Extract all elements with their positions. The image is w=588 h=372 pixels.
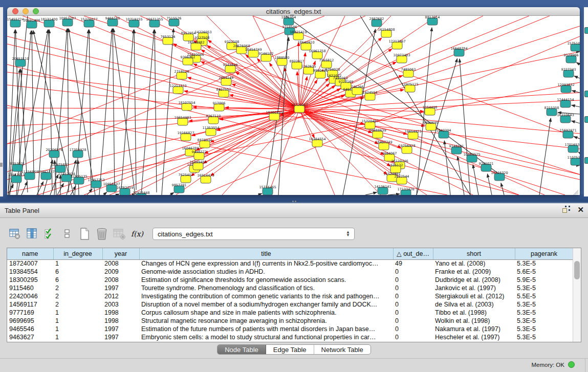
column-header-short[interactable]: short: [433, 248, 515, 259]
delete-button[interactable]: [94, 226, 110, 242]
table-cell[interactable]: 5.6E-5: [515, 268, 573, 276]
network-edge[interactable]: [539, 118, 551, 195]
table-cell[interactable]: Nakamura et al. (1997): [433, 325, 515, 333]
table-cell[interactable]: 1997: [102, 333, 139, 341]
table-cell[interactable]: 1998: [102, 309, 139, 317]
table-cell[interactable]: 9115460: [7, 284, 53, 292]
column-header-year[interactable]: year: [102, 248, 139, 259]
table-cell[interactable]: Corpus callosum shape and size in male p…: [139, 309, 393, 317]
table-cell[interactable]: 1: [53, 325, 102, 333]
network-edge[interactable]: [487, 174, 492, 195]
network-edge[interactable]: [217, 109, 299, 130]
table-row[interactable]: 946362711997Embryonic stem cells: a mode…: [7, 333, 573, 341]
table-cell[interactable]: 1997: [102, 325, 139, 333]
table-cell[interactable]: Wolkin et al. (1998): [433, 317, 515, 325]
table-cell[interactable]: 2009: [102, 268, 139, 276]
table-cell[interactable]: 0: [393, 325, 433, 333]
table-cell[interactable]: Tourette syndrome. Phenomenology and cla…: [139, 284, 393, 292]
table-cell[interactable]: Stergiakouli et al. (2012): [433, 292, 515, 300]
network-edge[interactable]: [574, 137, 580, 139]
tab-edge-table[interactable]: Edge Table: [266, 345, 314, 354]
table-cell[interactable]: Estimation of significance thresholds fo…: [139, 276, 393, 284]
table-cell[interactable]: 9777169: [7, 309, 53, 317]
table-cell[interactable]: Disruption of a novel member of a sodium…: [139, 300, 393, 309]
network-edge[interactable]: [460, 59, 470, 195]
table-row[interactable]: 946554611997Estimation of the future num…: [7, 325, 573, 333]
table-cell[interactable]: 0: [393, 317, 433, 325]
crossing-edge[interactable]: [360, 16, 470, 195]
table-cell[interactable]: Embryonic stem cells: a model to study s…: [139, 333, 393, 341]
table-cell[interactable]: Changes of HCN gene expression and I(f) …: [139, 259, 393, 268]
resize-grip[interactable]: [572, 187, 579, 194]
table-cell[interactable]: 1: [53, 317, 102, 325]
table-cell[interactable]: Jankovic et al. (1997): [433, 284, 515, 292]
new-table-button[interactable]: [77, 226, 92, 242]
table-cell[interactable]: 2012: [102, 292, 139, 300]
network-edge[interactable]: [162, 29, 173, 195]
network-edge[interactable]: [365, 192, 377, 195]
table-row[interactable]: 977716911998Corpus callosum shape and si…: [7, 309, 573, 317]
table-cell[interactable]: 1998: [102, 317, 139, 325]
network-edge[interactable]: [21, 182, 27, 195]
table-cell[interactable]: 2008: [102, 276, 139, 284]
network-edge[interactable]: [117, 194, 119, 195]
table-cell[interactable]: 5.5E-5: [515, 292, 573, 300]
table-cell[interactable]: Franke et al. (2009): [433, 268, 515, 276]
table-row[interactable]: 1456911722003Disruption of a novel membe…: [7, 300, 573, 309]
table-row[interactable]: 1938455462009Genome-wide association stu…: [7, 268, 573, 276]
table-cell[interactable]: 18300295: [7, 276, 53, 284]
table-cell[interactable]: 5.3E-5: [515, 300, 573, 309]
tab-node-table[interactable]: Node Table: [217, 345, 266, 354]
table-cell[interactable]: 2: [53, 300, 102, 309]
network-edge[interactable]: [89, 30, 91, 190]
network-edge[interactable]: [155, 30, 157, 192]
network-edge[interactable]: [576, 62, 580, 64]
table-row[interactable]: 1830029562008Estimation of significance …: [7, 276, 573, 284]
table-cell[interactable]: 0: [393, 309, 433, 317]
column-header-name[interactable]: name: [7, 248, 53, 259]
table-cell[interactable]: 5.3E-5: [515, 333, 573, 341]
network-edge[interactable]: [572, 91, 580, 93]
table-cell[interactable]: 1: [53, 333, 102, 341]
network-canvas-svg[interactable]: 1545572420691406181314001095328715276077…: [7, 16, 580, 195]
table-vertical-scrollbar[interactable]: [573, 248, 581, 342]
network-edge[interactable]: [15, 30, 20, 174]
float-panel-icon[interactable]: [562, 206, 570, 214]
table-cell[interactable]: 0: [393, 276, 433, 284]
table-cell[interactable]: 6: [53, 276, 102, 284]
table-cell[interactable]: 0: [393, 292, 433, 300]
network-edge[interactable]: [343, 29, 376, 195]
table-cell[interactable]: 2: [53, 284, 102, 292]
network-edge[interactable]: [572, 105, 580, 107]
table-cell[interactable]: Genome-wide association studies in ADHD.: [139, 268, 393, 276]
close-panel-icon[interactable]: ✕: [577, 206, 584, 213]
table-row[interactable]: 2242004622012Investigating the contribut…: [7, 292, 573, 300]
tab-network-table[interactable]: Network Table: [314, 345, 371, 354]
network-edge[interactable]: [37, 182, 43, 195]
table-cell[interactable]: 0: [393, 268, 433, 276]
table-column-button[interactable]: [25, 226, 40, 242]
table-cell[interactable]: 22420046: [7, 292, 53, 300]
table-cell[interactable]: 6: [53, 268, 102, 276]
table-cell[interactable]: de Silva et al. (2003): [433, 300, 515, 309]
column-header-pagerank[interactable]: pagerank: [515, 248, 573, 259]
function-builder-button[interactable]: f(x): [131, 230, 143, 238]
crossing-edge[interactable]: [7, 85, 580, 149]
table-cell[interactable]: 2: [53, 292, 102, 300]
memory-indicator[interactable]: Memory: OK: [531, 361, 575, 368]
table-cell[interactable]: 9699695: [7, 317, 53, 325]
column-header-title[interactable]: title: [139, 248, 393, 259]
network-edge[interactable]: [578, 152, 580, 153]
table-selector-combo[interactable]: citations_edges.txt ▲▼: [153, 228, 355, 240]
network-edge[interactable]: [270, 63, 299, 109]
table-cell[interactable]: 1: [53, 309, 102, 317]
table-cell[interactable]: Tibbo et al. (1998): [433, 309, 515, 317]
table-cell[interactable]: 5.3E-5: [515, 325, 573, 333]
table-cell[interactable]: Dudbridge et al. (2008): [433, 276, 515, 284]
table-cell[interactable]: 1: [53, 259, 102, 268]
table-cell[interactable]: 5.3E-5: [515, 317, 573, 325]
table-cell[interactable]: Investigating the contribution of common…: [139, 292, 393, 300]
table-cell[interactable]: Yano et al. (2008): [433, 259, 515, 268]
table-cell[interactable]: 49: [393, 259, 433, 268]
table-row[interactable]: 969969511998Structural magnetic resonanc…: [7, 317, 573, 325]
